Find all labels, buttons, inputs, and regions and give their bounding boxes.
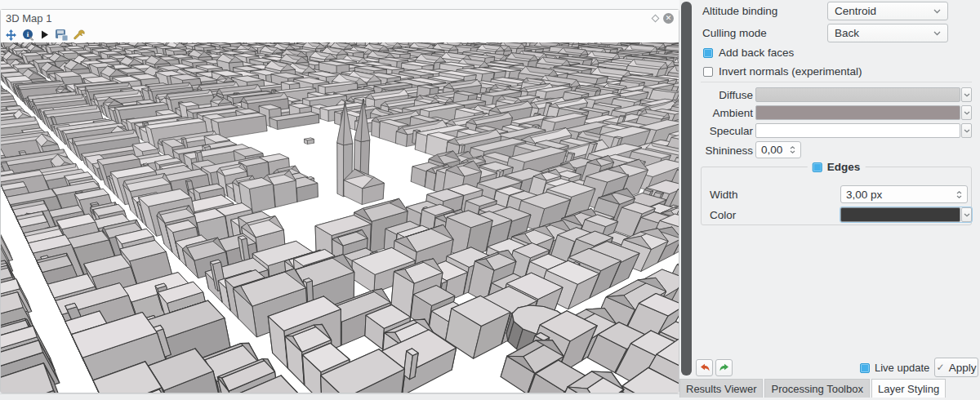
ambient-swatch (755, 105, 960, 120)
diffuse-dropdown[interactable] (961, 87, 972, 102)
play-animation-icon[interactable] (39, 29, 50, 40)
apply-button[interactable]: ✓ Apply (934, 358, 978, 377)
spin-arrows[interactable] (790, 146, 795, 153)
bottom-dock-tabbar: Results Viewer Processing Toolbox Layer … (679, 379, 980, 398)
separator (701, 82, 972, 82)
edges-width-spinbox[interactable]: 3,00 px (840, 185, 968, 203)
invert-normals-checkbox[interactable]: Invert normals (experimental) (703, 65, 862, 78)
edges-color-swatch (840, 207, 960, 222)
map-panel: 3D Map 1 ✕ i (0, 9, 679, 393)
altitude-binding-label: Altitude binding (702, 5, 777, 17)
edges-color-button[interactable] (840, 207, 972, 222)
map-toolbar: i (1, 27, 679, 42)
ambient-dropdown[interactable] (961, 105, 972, 120)
culling-mode-label: Culling mode (702, 27, 767, 39)
undo-style-button[interactable] (696, 359, 713, 376)
tab-results-viewer[interactable]: Results Viewer (679, 379, 763, 398)
statusbar-strip (0, 393, 679, 400)
identify-icon[interactable]: i (22, 29, 34, 41)
specular-label: Specular (696, 125, 753, 137)
undo-icon (699, 362, 710, 373)
shininess-label: Shininess (688, 144, 753, 157)
edges-groupbox: Edges Width Color 3,00 px (701, 167, 972, 225)
redo-icon (719, 362, 730, 373)
diffuse-label: Diffuse (696, 89, 753, 101)
close-icon[interactable]: ✕ (663, 13, 674, 24)
configure-icon[interactable] (73, 29, 86, 41)
checkbox-checked-icon (860, 363, 870, 373)
vertical-scrollbar[interactable] (681, 2, 692, 376)
shininess-spinbox[interactable]: 0,00 (755, 141, 801, 158)
checkbox-checked-icon (703, 48, 713, 58)
tab-processing-toolbox[interactable]: Processing Toolbox (764, 379, 870, 398)
map-3d-viewport[interactable] (1, 42, 679, 393)
save-image-icon[interactable] (55, 29, 68, 41)
redo-style-button[interactable] (715, 359, 733, 376)
diffuse-swatch (755, 87, 960, 102)
checkbox-unchecked-icon (703, 67, 713, 77)
ambient-label: Ambient (696, 107, 753, 119)
altitude-binding-combo[interactable]: Centroid (827, 2, 948, 20)
diffuse-color-button[interactable] (755, 87, 972, 102)
specular-dropdown[interactable] (961, 123, 972, 138)
ambient-color-button[interactable] (755, 105, 972, 120)
chevron-down-icon (933, 31, 941, 36)
specular-swatch (755, 123, 960, 138)
map-dock: 3D Map 1 ✕ i (0, 0, 679, 400)
top-strip (0, 0, 679, 9)
spin-arrows[interactable] (956, 191, 962, 198)
edges-color-dropdown[interactable] (961, 207, 972, 222)
tab-layer-styling[interactable]: Layer Styling (871, 379, 946, 398)
city-render (1, 42, 679, 393)
camera-control-icon[interactable] (5, 29, 17, 41)
float-icon[interactable] (652, 15, 660, 23)
qgis-window: 3D Map 1 ✕ i Altitude binding Ce (0, 0, 980, 400)
chevron-down-icon (933, 9, 941, 14)
edges-checkbox-icon[interactable] (813, 162, 822, 172)
live-update-checkbox[interactable]: Live update (860, 362, 929, 374)
map-title: 3D Map 1 (6, 12, 51, 24)
specular-color-button[interactable] (755, 123, 972, 138)
check-icon: ✓ (937, 362, 945, 373)
edges-group-title[interactable]: Edges (808, 161, 866, 173)
culling-mode-combo[interactable]: Back (827, 24, 948, 42)
edges-color-label: Color (710, 209, 736, 221)
add-back-faces-checkbox[interactable]: Add back faces (703, 47, 794, 59)
edges-width-label: Width (710, 189, 738, 201)
map-titlebar[interactable]: 3D Map 1 ✕ (1, 10, 679, 27)
layer-styling-panel: Altitude binding Centroid Culling mode B… (679, 0, 980, 400)
